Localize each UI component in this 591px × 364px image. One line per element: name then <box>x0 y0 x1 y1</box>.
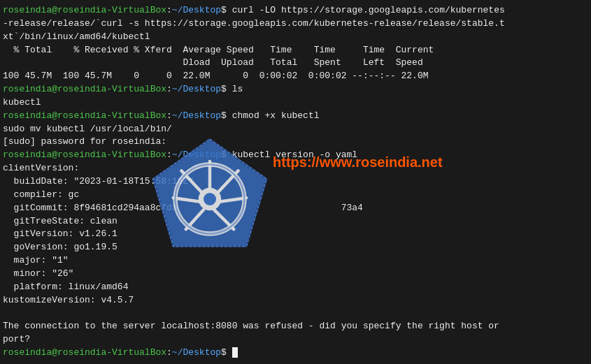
line-9: [sudo] password for roseindia: <box>3 136 588 149</box>
line-24: port? <box>3 333 588 347</box>
line-23: The connection to the server localhost:8… <box>3 320 588 333</box>
line-1c: xt`/bin/linux/amd64/kubectl <box>3 31 588 44</box>
line-25: roseindia@roseindia-VirtualBox:~/Desktop… <box>3 347 588 360</box>
line-1: roseindia@roseindia-VirtualBox:~/Desktop… <box>3 4 588 17</box>
line-5: roseindia@roseindia-VirtualBox:~/Desktop… <box>3 83 588 96</box>
line-4: 100 45.7M 100 45.7M 0 0 22.0M 0 0:00:02 … <box>3 70 588 83</box>
line-17: goVersion: go1.19.5 <box>3 241 588 254</box>
line-19: minor: "26" <box>3 268 588 281</box>
kubernetes-logo <box>147 136 273 262</box>
prompt-sep-1: : <box>166 5 172 15</box>
line-18: major: "1" <box>3 254 588 268</box>
line-1b: -release/release/`curl -s https://storag… <box>3 17 588 31</box>
line-7: roseindia@roseindia-VirtualBox:~/Desktop… <box>3 110 588 123</box>
line-15: gitTreeState: clean <box>3 215 588 228</box>
line-21: kustomizeVersion: v4.5.7 <box>3 294 588 307</box>
svg-point-3 <box>204 193 216 205</box>
line-20: platform: linux/amd64 <box>3 281 588 294</box>
prompt-user-1: roseindia@roseindia-VirtualBox <box>3 5 166 15</box>
line-16: gitVersion: v1.26.1 <box>3 228 588 241</box>
line-13: compiler: gc <box>3 189 588 202</box>
line-2: % Total % Received % Xferd Average Speed… <box>3 44 588 57</box>
line-3: Dload Upload Total Spent Left Speed <box>3 57 588 70</box>
url-watermark: https://www.roseindia.net <box>273 152 443 173</box>
prompt-path-1: ~/Desktop <box>172 5 221 15</box>
cmd-1: $ curl -LO https://storage.googleapis.co… <box>221 5 505 15</box>
line-14: gitCommit: 8f94681cd294aa8cfda 73a4 <box>3 202 588 215</box>
line-8: sudo mv kubectl /usr/local/bin/ <box>3 123 588 136</box>
terminal: roseindia@roseindia-VirtualBox:~/Desktop… <box>0 0 591 364</box>
line-6: kubectl <box>3 96 588 110</box>
line-22 <box>3 307 588 320</box>
line-12: buildDate: "2023-01-18T15:58:16Z" <box>3 175 588 189</box>
